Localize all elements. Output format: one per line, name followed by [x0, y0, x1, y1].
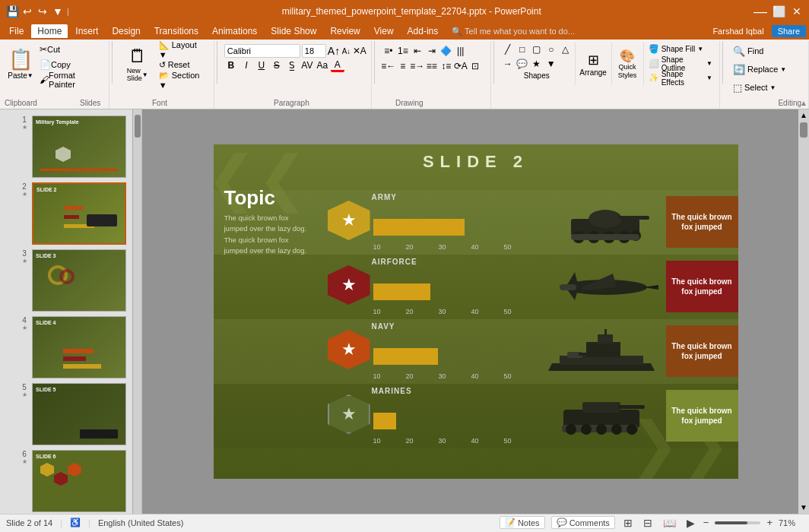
menu-animations[interactable]: Animations — [206, 24, 263, 38]
army-textbox[interactable]: The quick brown fox jumped — [666, 196, 738, 248]
shape-rect[interactable]: □ — [516, 43, 529, 56]
share-button[interactable]: Share — [772, 26, 806, 36]
font-color-btn[interactable]: A — [331, 59, 344, 72]
cut-button[interactable]: ✂ Cut — [36, 43, 104, 56]
layout-button[interactable]: 📐 Layout ▼ — [156, 43, 209, 56]
align-center-btn[interactable]: ≡ — [396, 59, 410, 73]
marines-textbox[interactable]: The quick brown fox jumped — [666, 390, 738, 442]
normal-view-btn[interactable]: ⊞ — [621, 516, 635, 530]
slide-thumb-2[interactable]: SLIDE 2 — [32, 182, 126, 245]
shape-more[interactable]: ▼ — [544, 57, 558, 71]
decrease-font-size-btn[interactable]: A↓ — [341, 44, 351, 58]
slide-thumb-4[interactable]: SLIDE 4 — [32, 316, 126, 378]
col-btn[interactable]: ||| — [454, 44, 468, 58]
main-slide[interactable]: ❮❮ ❯❯ SLIDE 2 Topic The quick brown fox … — [214, 144, 738, 479]
shape-fill-button[interactable]: 🪣 Shape Fill ▼ — [646, 43, 715, 55]
zoom-level[interactable]: 71% — [779, 518, 803, 527]
menu-insert[interactable]: Insert — [69, 24, 104, 38]
paste-button[interactable]: 📋 Paste▼ — [5, 43, 36, 85]
zoom-out-btn[interactable]: − — [703, 517, 709, 528]
redo-icon[interactable]: ↪ — [36, 5, 49, 17]
ribbon-collapse[interactable]: ▲ — [800, 99, 807, 107]
section-button[interactable]: 📂 Section ▼ — [156, 73, 209, 87]
shape-outline-button[interactable]: ⬜ Shape Outline ▼ — [646, 57, 715, 70]
user-account[interactable]: Farshad Iqbal — [712, 27, 763, 36]
new-slide-button[interactable]: 🗒 NewSlide▼ — [119, 43, 156, 85]
restore-icon[interactable]: ⬜ — [773, 5, 785, 17]
increase-indent-btn[interactable]: ⇥ — [425, 44, 439, 58]
undo-icon[interactable]: ↩ — [21, 5, 33, 17]
reset-button[interactable]: ↺ Reset — [156, 58, 209, 71]
topic-area[interactable]: Topic The quick brown fox jumped over th… — [224, 186, 314, 256]
scroll-up-btn[interactable]: ▲ — [800, 111, 807, 119]
select-button[interactable]: ⬚ Select ▼ — [730, 79, 789, 96]
slide-sorter-btn[interactable]: ⊟ — [641, 516, 655, 530]
align-right-btn[interactable]: ≡→ — [411, 59, 424, 73]
bullets-btn[interactable]: ≡• — [382, 44, 395, 58]
slide-thumb-5[interactable]: SLIDE 5 — [32, 383, 126, 445]
underline-button[interactable]: U — [255, 59, 268, 72]
menu-review[interactable]: Review — [324, 24, 366, 38]
shadow-button[interactable]: S̲ — [285, 59, 299, 72]
quick-styles-button[interactable]: 🎨 QuickStyles — [614, 43, 640, 85]
strikethrough-button[interactable]: S — [270, 59, 284, 72]
menu-transitions[interactable]: Transitions — [148, 24, 205, 38]
shape-effects-button[interactable]: ✨ Shape Effects ▼ — [646, 71, 715, 84]
menu-slideshow[interactable]: Slide Show — [265, 24, 322, 38]
slideshow-btn[interactable]: ▶ — [684, 516, 697, 530]
change-case-btn[interactable]: Aa — [316, 59, 329, 72]
shape-line[interactable]: ╱ — [501, 43, 515, 56]
customize-icon[interactable]: ▼ — [52, 5, 64, 17]
shape-rounded[interactable]: ▢ — [530, 43, 544, 56]
slide-thumb-1[interactable]: Military Template — [32, 116, 126, 178]
canvas-scroll-thumb[interactable] — [800, 122, 807, 138]
menu-home[interactable]: Home — [31, 24, 68, 38]
italic-button[interactable]: I — [240, 59, 253, 72]
font-name-input[interactable] — [224, 44, 300, 58]
scrollbar-thumb[interactable] — [135, 115, 141, 138]
menu-view[interactable]: View — [368, 24, 400, 38]
scroll-down-btn[interactable]: ▼ — [800, 502, 807, 512]
increase-font-size-btn[interactable]: A↑ — [328, 44, 340, 58]
find-button[interactable]: 🔍 Find — [730, 43, 789, 59]
reading-view-btn[interactable]: 📖 — [661, 516, 678, 530]
font-size-input[interactable] — [302, 44, 326, 58]
save-icon[interactable]: 💾 — [6, 5, 18, 17]
comments-button[interactable]: 💬 Comments — [551, 516, 615, 529]
navy-textbox[interactable]: The quick brown fox jumped — [666, 325, 738, 377]
text-align-btn[interactable]: ⊡ — [468, 59, 482, 73]
shape-arrow[interactable]: → — [501, 57, 515, 71]
accessibility-icon[interactable]: ♿ — [70, 518, 81, 527]
format-painter-button[interactable]: 🖌 Format Painter — [36, 73, 104, 87]
zoom-slider[interactable] — [715, 521, 760, 524]
menu-addins[interactable]: Add-ins — [401, 24, 445, 38]
slide-thumb-3[interactable]: SLIDE 3 — [32, 249, 126, 312]
justify-btn[interactable]: ≡≡ — [425, 59, 439, 73]
text-direction-btn[interactable]: ⟳A — [454, 59, 468, 73]
shape-oval[interactable]: ○ — [544, 43, 558, 56]
zoom-in-btn[interactable]: + — [766, 517, 773, 528]
arrange-button[interactable]: ⊞ Arrange — [578, 43, 609, 85]
shape-star[interactable]: ★ — [530, 57, 544, 71]
minimize-icon[interactable]: — — [754, 5, 766, 17]
clear-format-btn[interactable]: ✕A — [353, 44, 366, 58]
smart-art-btn[interactable]: 🔷 — [439, 44, 453, 58]
line-spacing-btn[interactable]: ↕≡ — [439, 59, 453, 73]
replace-button[interactable]: 🔄 Replace ▼ — [730, 61, 789, 78]
copy-button[interactable]: 📄 Copy — [36, 58, 104, 71]
align-left-btn[interactable]: ≡← — [382, 59, 395, 73]
shape-callout[interactable]: 💬 — [516, 57, 529, 71]
notes-button[interactable]: 📝 Notes — [500, 516, 545, 529]
menu-file[interactable]: File — [3, 24, 30, 38]
bold-button[interactable]: B — [224, 59, 238, 72]
character-spacing-btn[interactable]: AV — [300, 59, 314, 72]
tell-me-box[interactable]: 🔍 Tell me what you want to do... — [452, 27, 575, 36]
decrease-indent-btn[interactable]: ⇤ — [411, 44, 424, 58]
menu-design[interactable]: Design — [106, 24, 146, 38]
slide-thumb-6[interactable]: SLIDE 6 — [32, 450, 126, 512]
airforce-textbox[interactable]: The quick brown fox jumped — [666, 261, 738, 312]
numbering-btn[interactable]: 1≡ — [396, 44, 410, 58]
t6-hex3 — [68, 463, 81, 477]
shape-triangle[interactable]: △ — [559, 43, 573, 56]
close-icon[interactable]: ✕ — [791, 5, 803, 17]
